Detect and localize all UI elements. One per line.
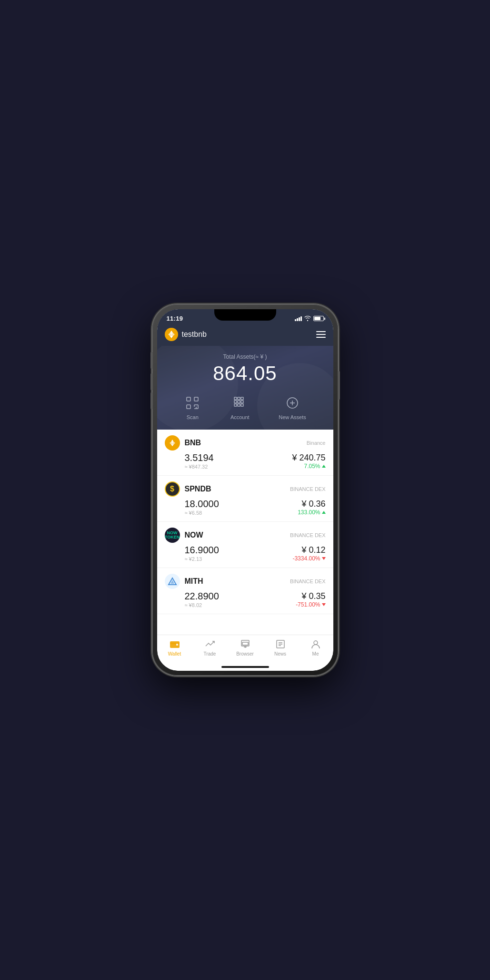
asset-exchange: BINANCE DEX (290, 486, 326, 492)
header-left: testbnb (165, 328, 207, 341)
svg-rect-20 (234, 404, 237, 406)
asset-logo-now: NOWTOKEN (165, 528, 180, 543)
status-icons (295, 316, 324, 321)
action-buttons: Scan (165, 394, 326, 420)
svg-point-23 (287, 398, 298, 408)
asset-exchange: BINANCE DEX (290, 532, 326, 538)
app-logo (165, 328, 178, 341)
asset-change: 7.05% (292, 463, 325, 470)
nav-label: Me (312, 651, 319, 657)
svg-rect-6 (187, 397, 190, 401)
asset-price-section: ¥ 0.36 133.00% (298, 499, 325, 516)
asset-symbol: NOW (185, 531, 203, 539)
svg-rect-18 (238, 401, 240, 403)
battery-icon (313, 316, 324, 321)
new-assets-button[interactable]: New Assets (279, 394, 306, 420)
asset-details: 16.9000 ≈ ¥2.13 ¥ 0.12 -3334.00% (165, 545, 326, 562)
asset-left: BNB (165, 435, 201, 451)
nav-icon-browser (240, 639, 250, 649)
asset-balance-section: 3.5194 ≈ ¥847.32 (185, 452, 214, 470)
nav-item-trade[interactable]: Trade (198, 639, 222, 657)
svg-rect-35 (176, 644, 178, 646)
notch (214, 309, 276, 321)
status-time: 11:19 (167, 315, 183, 322)
asset-symbol: SPNDB (185, 485, 211, 493)
nav-item-wallet[interactable]: Wallet (163, 639, 187, 657)
asset-change: 133.00% (298, 509, 325, 516)
account-label: Account (230, 414, 250, 420)
nav-label: Trade (204, 651, 216, 657)
asset-header: MITH BINANCE DEX (165, 574, 326, 589)
asset-details: 22.8900 ≈ ¥8.02 ¥ 0.35 -751.00% (165, 591, 326, 608)
asset-symbol: BNB (185, 439, 201, 447)
asset-price: ¥ 240.75 (292, 453, 325, 463)
svg-rect-19 (241, 401, 243, 403)
svg-rect-22 (241, 404, 243, 406)
asset-balance-section: 22.8900 ≈ ¥8.02 (185, 591, 219, 608)
nav-item-news[interactable]: News (269, 639, 292, 657)
nav-label: Browser (236, 651, 254, 657)
svg-marker-30 (171, 444, 174, 446)
scan-label: Scan (187, 414, 199, 420)
status-bar: 11:19 (157, 309, 333, 324)
asset-header: $ SPNDB BINANCE DEX (165, 481, 326, 497)
asset-symbol: MITH (185, 577, 203, 586)
nav-item-browser[interactable]: Browser (233, 639, 257, 657)
asset-item-mith[interactable]: MITH BINANCE DEX 22.8900 ≈ ¥8.02 ¥ 0.35 … (157, 568, 333, 614)
asset-exchange: BINANCE DEX (290, 578, 326, 584)
scan-button[interactable]: Scan (184, 394, 201, 420)
menu-button[interactable] (316, 331, 326, 338)
asset-balance: 18.0000 (185, 499, 219, 510)
asset-left: NOWTOKEN NOW (165, 528, 203, 543)
asset-price: ¥ 0.12 (292, 545, 325, 555)
asset-price: ¥ 0.36 (298, 499, 325, 509)
phone-frame: 11:19 (152, 304, 338, 676)
nav-icon-me (310, 639, 321, 649)
app-title: testbnb (182, 330, 207, 339)
asset-details: 18.0000 ≈ ¥6.58 ¥ 0.36 133.00% (165, 499, 326, 516)
asset-balance: 3.5194 (185, 452, 214, 463)
asset-balance-cny: ≈ ¥8.02 (185, 602, 219, 608)
asset-change: -751.00% (296, 601, 325, 608)
asset-balance-section: 16.9000 ≈ ¥2.13 (185, 545, 219, 562)
asset-price-section: ¥ 0.35 -751.00% (296, 591, 325, 608)
asset-item-bnb[interactable]: BNB Binance 3.5194 ≈ ¥847.32 ¥ 240.75 7.… (157, 430, 333, 476)
account-button[interactable]: Account (230, 394, 250, 420)
wifi-icon (304, 316, 311, 321)
svg-rect-34 (170, 643, 180, 644)
asset-price-section: ¥ 240.75 7.05% (292, 453, 325, 470)
home-indicator (157, 664, 333, 671)
svg-rect-8 (187, 405, 190, 409)
asset-logo-spndb: $ (165, 481, 180, 497)
new-assets-label: New Assets (279, 414, 306, 420)
svg-rect-7 (194, 397, 198, 401)
signal-icon (295, 316, 302, 321)
asset-balance-cny: ≈ ¥2.13 (185, 556, 219, 562)
bottom-nav: Wallet Trade Browser News Me (157, 635, 333, 664)
asset-header: NOWTOKEN NOW BINANCE DEX (165, 528, 326, 543)
svg-rect-37 (242, 642, 248, 645)
nav-item-me[interactable]: Me (304, 639, 328, 657)
hero-section: Total Assets(≈ ¥ ) 864.05 (157, 346, 333, 430)
asset-price-section: ¥ 0.12 -3334.00% (292, 545, 325, 562)
svg-point-44 (314, 641, 318, 645)
scan-icon (184, 394, 201, 412)
asset-details: 3.5194 ≈ ¥847.32 ¥ 240.75 7.05% (165, 452, 326, 470)
asset-item-now[interactable]: NOWTOKEN NOW BINANCE DEX 16.9000 ≈ ¥2.13… (157, 522, 333, 568)
asset-change: -3334.00% (292, 555, 325, 562)
nav-label: News (274, 651, 286, 657)
asset-balance-section: 18.0000 ≈ ¥6.58 (185, 499, 219, 516)
total-amount: 864.05 (165, 362, 326, 385)
svg-rect-17 (234, 401, 237, 403)
new-assets-icon (284, 394, 301, 412)
asset-logo-mith (165, 574, 180, 589)
asset-balance-cny: ≈ ¥847.32 (185, 464, 214, 470)
asset-balance: 22.8900 (185, 591, 219, 602)
app-header: testbnb (157, 324, 333, 346)
asset-balance: 16.9000 (185, 545, 219, 556)
assets-list: BNB Binance 3.5194 ≈ ¥847.32 ¥ 240.75 7.… (157, 430, 333, 635)
asset-item-spndb[interactable]: $ SPNDB BINANCE DEX 18.0000 ≈ ¥6.58 ¥ 0.… (157, 476, 333, 522)
asset-header: BNB Binance (165, 435, 326, 451)
nav-icon-trade (205, 639, 215, 649)
svg-rect-21 (238, 404, 240, 406)
